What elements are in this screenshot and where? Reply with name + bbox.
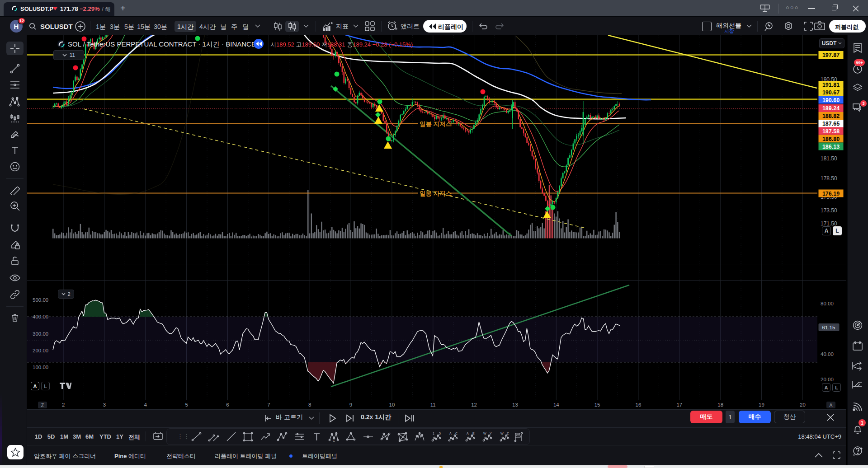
svg-text:188.82: 188.82 (822, 113, 840, 119)
svg-text:W: W (500, 432, 504, 435)
svg-text:176.19: 176.19 (822, 191, 840, 197)
svg-text:일봉 지저스: 일봉 지저스 (420, 121, 452, 127)
svg-text:20.00: 20.00 (821, 377, 834, 382)
svg-text:Y: Y (490, 432, 492, 435)
svg-text:2: 2 (62, 402, 65, 407)
svg-text:12: 12 (471, 402, 477, 407)
svg-text:181.50: 181.50 (821, 155, 837, 162)
svg-text:3: 3 (103, 402, 106, 407)
svg-text:61.15: 61.15 (822, 325, 835, 330)
svg-text:20: 20 (800, 402, 806, 407)
svg-text:C: C (333, 439, 335, 442)
svg-text:14: 14 (553, 402, 559, 407)
svg-text:100.00: 100.00 (33, 365, 48, 370)
svg-text:A: A (449, 432, 452, 435)
svg-text:일봉 지저스: 일봉 지저스 (420, 190, 452, 197)
svg-text:197.87: 197.87 (822, 52, 840, 58)
svg-text:200.00: 200.00 (33, 348, 48, 353)
svg-text:5: 5 (185, 402, 188, 407)
svg-text:Z: Z (507, 432, 509, 435)
svg-text:40.00: 40.00 (821, 351, 834, 357)
svg-text:400.00: 400.00 (33, 314, 48, 319)
svg-text:186.80: 186.80 (822, 136, 840, 142)
svg-text:W: W (483, 432, 486, 435)
svg-text:A: A (467, 432, 469, 435)
svg-text:191.81: 191.81 (822, 82, 840, 88)
svg-text:7: 7 (267, 402, 270, 407)
svg-text:178.50: 178.50 (821, 175, 837, 182)
svg-text:190.60: 190.60 (822, 97, 840, 103)
svg-text:4: 4 (144, 402, 147, 407)
svg-text:18: 18 (717, 402, 723, 407)
svg-text:500.00: 500.00 (33, 297, 48, 303)
svg-text:17: 17 (676, 402, 682, 407)
svg-text:5: 5 (439, 432, 441, 435)
svg-text:300.00: 300.00 (33, 331, 48, 337)
svg-text:8: 8 (308, 402, 311, 407)
svg-text:E: E (472, 432, 475, 435)
svg-text:19: 19 (759, 402, 764, 407)
svg-text:187.65: 187.65 (822, 121, 840, 127)
svg-text:6: 6 (226, 402, 229, 407)
svg-text:173.50: 173.50 (821, 207, 837, 214)
svg-text:A: A (829, 402, 832, 408)
svg-text:16: 16 (636, 402, 642, 407)
svg-text:10: 10 (389, 402, 395, 407)
svg-text:186.13: 186.13 (822, 144, 840, 150)
svg-text:171.50: 171.50 (821, 220, 837, 227)
svg-text:15: 15 (594, 402, 600, 407)
svg-text:11: 11 (430, 402, 436, 407)
svg-text:9: 9 (349, 402, 352, 407)
svg-text:80.00: 80.00 (821, 301, 834, 306)
svg-text:13: 13 (512, 402, 518, 407)
svg-text:C: C (455, 432, 458, 435)
svg-text:190.67: 190.67 (822, 89, 840, 96)
svg-text:189.24: 189.24 (822, 105, 840, 112)
svg-text:1: 1 (433, 432, 434, 435)
svg-text:Z: Z (41, 402, 44, 408)
svg-text:187.58: 187.58 (822, 128, 840, 135)
